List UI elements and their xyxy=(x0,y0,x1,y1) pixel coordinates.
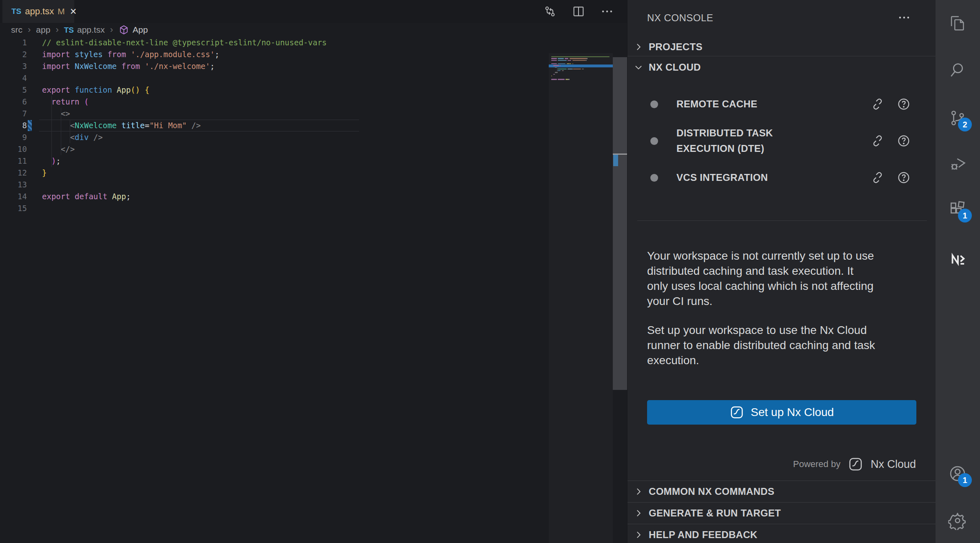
editor-toolbar xyxy=(542,3,615,20)
minimap-code-segment xyxy=(565,79,568,80)
code-line-3: 3import NxWelcome from './nx-welcome'; xyxy=(0,60,549,72)
powered-by: Powered by Nx Cloud xyxy=(793,456,916,472)
breadcrumb-item-src[interactable]: src xyxy=(11,25,22,35)
extensions-icon[interactable]: 1 xyxy=(948,200,967,218)
line-number: 3 xyxy=(0,60,27,72)
breadcrumb-label: app.tsx xyxy=(77,25,105,35)
help-icon[interactable] xyxy=(897,171,911,185)
breadcrumb-separator: › xyxy=(110,24,113,35)
typescript-file-icon: TS xyxy=(64,25,74,35)
feature-label: VCS INTEGRATION xyxy=(676,170,768,185)
code-line-11: 11 ); xyxy=(0,155,549,167)
section-label: GENERATE & RUN TARGET xyxy=(649,507,781,519)
help-icon[interactable] xyxy=(897,97,911,111)
line-number: 2 xyxy=(0,49,27,60)
tab-title: app.tsx xyxy=(25,6,54,17)
minimap-code-segment xyxy=(568,60,571,61)
nx-cloud-logo-icon xyxy=(848,456,863,472)
section-help-and-feedback[interactable]: HELP AND FEEDBACK xyxy=(627,524,936,543)
minimap-code-segment xyxy=(553,65,559,66)
setup-nx-cloud-button[interactable]: Set up Nx Cloud xyxy=(647,400,916,425)
section-label: COMMON NX COMMANDS xyxy=(649,486,774,497)
code-line-4: 4 xyxy=(0,72,549,84)
panel-header: NX CONSOLE xyxy=(627,0,936,35)
nx-cloud-feature-row: REMOTE CACHE xyxy=(627,86,936,122)
setup-suggestion-text: Set up your workspace to use the Nx Clou… xyxy=(647,323,918,368)
search-icon[interactable] xyxy=(948,61,967,80)
scrollbar-slider[interactable] xyxy=(613,57,627,390)
feature-actions xyxy=(871,97,911,111)
help-icon[interactable] xyxy=(897,134,911,148)
powered-by-brand[interactable]: Nx Cloud xyxy=(871,458,916,471)
more-actions-icon[interactable] xyxy=(599,4,615,19)
tab-app-tsx[interactable]: TS app.tsx M × xyxy=(2,0,74,23)
status-dot-icon xyxy=(650,174,658,182)
divider xyxy=(637,220,927,221)
settings-gear-icon[interactable] xyxy=(948,511,967,530)
minimap[interactable] xyxy=(549,53,613,543)
minimap-code-segment xyxy=(562,70,564,71)
chevron-right-icon xyxy=(633,486,644,497)
minimap-code-segment xyxy=(551,58,557,59)
line-number: 1 xyxy=(0,37,27,49)
line-number: 11 xyxy=(0,155,27,167)
editor-group: TS app.tsx M × src›app›TSapp.tsx›App 1//… xyxy=(0,0,627,543)
overview-modified-marker xyxy=(613,155,618,166)
modified-badge: M xyxy=(58,7,65,16)
setup-button-label: Set up Nx Cloud xyxy=(751,406,834,419)
code-editor[interactable]: 1// eslint-disable-next-line @typescript… xyxy=(0,37,627,543)
connect-icon[interactable] xyxy=(871,171,885,185)
code-line-7: 7 <> xyxy=(0,108,549,120)
breadcrumb-label: src xyxy=(11,25,22,35)
code-line-2: 2import styles from './app.module.css'; xyxy=(0,49,549,60)
code-line-8: 8 <NxWelcome title="Hi Mom" /> xyxy=(0,120,549,131)
breadcrumb-item-apptsx[interactable]: TSapp.tsx xyxy=(64,25,105,35)
section-common-nx-commands[interactable]: COMMON NX COMMANDS xyxy=(627,481,936,502)
code-line-5: 5export function App() { xyxy=(0,84,549,96)
nx-console-panel: NX CONSOLE PROJECTS NX CLOUD REMOTE CACH… xyxy=(627,0,936,543)
more-actions-icon[interactable] xyxy=(896,11,912,24)
section-label: NX CLOUD xyxy=(649,62,701,73)
connect-icon[interactable] xyxy=(871,134,885,148)
section-nx-cloud[interactable]: NX CLOUD xyxy=(627,57,936,78)
open-changes-icon[interactable] xyxy=(542,4,558,19)
feature-actions xyxy=(871,171,911,185)
files-icon[interactable] xyxy=(948,14,967,33)
breadcrumb-label: app xyxy=(36,25,50,35)
code-line-1: 1// eslint-disable-next-line @typescript… xyxy=(0,37,549,49)
line-number: 8 xyxy=(0,120,27,131)
chevron-right-icon xyxy=(633,42,644,52)
minimap-code-segment xyxy=(558,60,566,61)
status-dot-icon xyxy=(650,137,658,145)
close-tab-icon[interactable]: × xyxy=(70,6,77,17)
chevron-right-icon xyxy=(633,530,644,540)
section-projects[interactable]: PROJECTS xyxy=(627,38,936,56)
activity-bar: 211 xyxy=(936,0,980,543)
breadcrumb-separator: › xyxy=(28,24,31,35)
nx-logo-icon[interactable] xyxy=(948,250,967,269)
minimap-code-segment xyxy=(582,69,584,69)
nx-cloud-feature-row: DISTRIBUTED TASK EXECUTION (DTE) xyxy=(627,122,936,159)
editor-scrollbar[interactable] xyxy=(613,53,627,543)
minimap-code-segment xyxy=(565,58,568,59)
chevron-right-icon xyxy=(633,508,644,519)
breadcrumb-item-app[interactable]: App xyxy=(118,24,148,36)
code-line-10: 10 </> xyxy=(0,143,549,155)
breadcrumb-item-app[interactable]: app xyxy=(36,25,50,35)
indent-guide xyxy=(70,120,70,143)
section-generate-run-target[interactable]: GENERATE & RUN TARGET xyxy=(627,502,936,524)
account-icon[interactable]: 1 xyxy=(948,464,967,483)
panel-bottom-sections: COMMON NX COMMANDSGENERATE & RUN TARGETH… xyxy=(627,481,936,543)
split-editor-icon[interactable] xyxy=(571,4,586,19)
line-number: 10 xyxy=(0,143,27,155)
powered-by-label: Powered by xyxy=(793,459,840,470)
code-line-6: 6 return ( xyxy=(0,96,549,108)
feature-label: REMOTE CACHE xyxy=(676,96,757,112)
source-control-icon[interactable]: 2 xyxy=(948,109,967,127)
run-debug-icon[interactable] xyxy=(948,154,967,173)
connect-icon[interactable] xyxy=(871,97,885,111)
minimap-code-segment xyxy=(568,69,572,69)
minimap-code-segment xyxy=(551,60,557,61)
line-number: 5 xyxy=(0,84,27,96)
minimap-code-segment xyxy=(558,69,566,69)
